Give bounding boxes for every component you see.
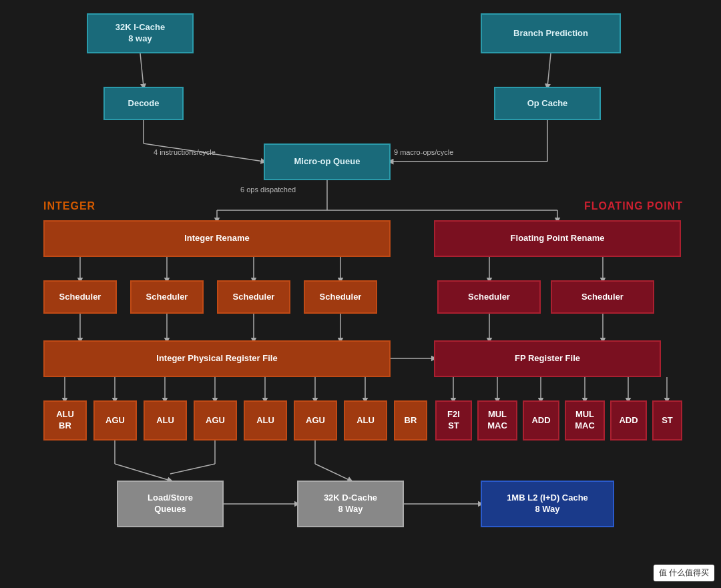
op_cache-box: Op Cache [494, 87, 601, 120]
alu_br-box: ALUBR [43, 400, 87, 440]
mul_mac1-box: MULMAC [477, 400, 517, 440]
icache-box: 32K I-Cache8 way [87, 13, 194, 53]
add1-box: ADD [523, 400, 559, 440]
svg-line-39 [115, 464, 170, 481]
annotation-macro: 9 macro-ops/cycle [394, 148, 453, 156]
agu3-box: AGU [294, 400, 337, 440]
int_sched1-box: Scheduler [43, 280, 117, 314]
fp_sched1-box: Scheduler [437, 280, 541, 314]
int_reg-box: Integer Physical Register File [43, 340, 391, 377]
load_store-box: Load/StoreQueues [117, 481, 224, 527]
alu3-box: ALU [244, 400, 287, 440]
int_sched4-box: Scheduler [304, 280, 377, 314]
branch_pred-box: Branch Prediction [481, 13, 621, 53]
f2i_st-box: F2IST [435, 400, 472, 440]
integer-label: INTEGER [43, 200, 95, 212]
int_sched2-box: Scheduler [130, 280, 204, 314]
mul_mac2-box: MULMAC [565, 400, 605, 440]
fp_rename-box: Floating Point Rename [434, 220, 681, 257]
dcache-box: 32K D-Cache8 Way [297, 481, 404, 527]
svg-line-0 [140, 53, 144, 87]
fp_sched2-box: Scheduler [551, 280, 654, 314]
cpu-diagram: INTEGER FLOATING POINT 4 instructions/cy… [0, 0, 721, 588]
svg-line-41 [170, 464, 215, 474]
svg-line-45 [315, 464, 350, 481]
svg-line-1 [547, 53, 551, 87]
floating-point-label: FLOATING POINT [584, 200, 683, 212]
fp_reg-box: FP Register File [434, 340, 661, 377]
alu2-box: ALU [144, 400, 187, 440]
decode-box: Decode [103, 87, 184, 120]
micro_op_queue-box: Micro-op Queue [264, 143, 391, 180]
st-box: ST [652, 400, 682, 440]
br-box: BR [394, 400, 427, 440]
alu4-box: ALU [344, 400, 387, 440]
int_sched3-box: Scheduler [217, 280, 290, 314]
annotation-ops: 6 ops dispatched [240, 186, 296, 194]
watermark: 值 什么值得买 [654, 565, 714, 581]
agu1-box: AGU [93, 400, 137, 440]
annotation-instructions: 4 instructions/cycle [154, 148, 216, 156]
add2-box: ADD [610, 400, 647, 440]
agu2-box: AGU [194, 400, 237, 440]
integer_rename-box: Integer Rename [43, 220, 391, 257]
l2_cache-box: 1MB L2 (I+D) Cache8 Way [481, 481, 614, 527]
